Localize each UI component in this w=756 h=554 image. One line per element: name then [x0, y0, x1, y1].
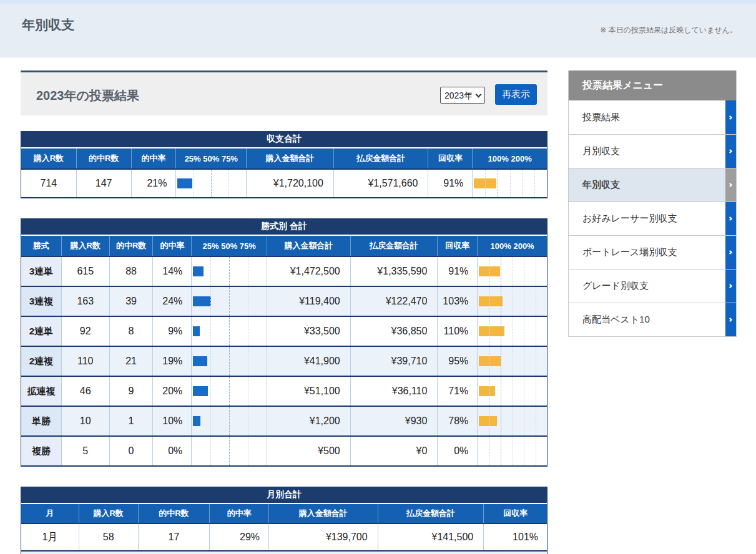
chevron-right-icon	[725, 168, 736, 202]
hit-rate: 19%	[152, 347, 191, 376]
summary-table-header-row: 購入R数 的中R数 的中率 25% 50% 75% 購入金額合計 払戻金額合計 …	[21, 148, 547, 170]
column-header: 購入金額合計	[267, 236, 350, 256]
recovery-bar	[479, 416, 497, 426]
sidebar-item-label: お好みレーサー別収支	[582, 213, 677, 225]
column-header: 購入R数	[61, 236, 109, 256]
hit-rate-bar	[177, 178, 192, 188]
bet-type: 2連単	[21, 317, 61, 346]
month: 1月	[21, 524, 79, 550]
hit-rate: 20%	[152, 377, 191, 406]
hit-rate: 9%	[152, 317, 191, 346]
recovery-bar-cell	[477, 287, 547, 316]
recovery-bar	[479, 356, 501, 366]
sidebar-title: 投票結果メニュー	[569, 70, 736, 100]
column-header: 購入R数	[79, 504, 138, 523]
purchased-races: 714	[21, 170, 76, 197]
purchased-races: 615	[61, 257, 109, 286]
hit-rate: 10%	[152, 407, 191, 435]
hit-rate: 0%	[152, 437, 191, 465]
column-header: 回収率	[437, 236, 477, 256]
column-header: 回収率	[428, 148, 472, 168]
summary-table-title: 収支合計	[21, 131, 547, 148]
chevron-right-icon	[725, 270, 736, 303]
hit-rate: 14%	[152, 257, 191, 286]
recovery-bar-cell	[477, 377, 547, 406]
redisplay-button[interactable]: 再表示	[495, 84, 537, 105]
recovery-rate: 110%	[437, 317, 477, 346]
sidebar-item-monthly-balance[interactable]: 月別収支	[569, 134, 736, 168]
recovery-bar-cell	[477, 317, 547, 346]
clipped-next-row	[21, 552, 547, 554]
bet-type-row: 複勝 5 0 0% ¥500 ¥0 0%	[21, 437, 547, 467]
chevron-right-icon	[725, 303, 736, 336]
purchase-total: ¥51,100	[267, 377, 350, 406]
column-header: 的中R数	[109, 236, 153, 256]
purchase-total: ¥119,400	[267, 287, 350, 316]
chevron-right-icon	[725, 100, 736, 134]
column-header-hit-scale: 25% 50% 75%	[175, 148, 246, 168]
payout-total: ¥141,500	[378, 524, 484, 550]
recovery-rate: 0%	[437, 437, 477, 465]
hit-rate-bar	[193, 326, 200, 336]
payout-total: ¥36,850	[350, 317, 438, 346]
purchase-total: ¥1,200	[267, 407, 350, 435]
sidebar-item-vote-results[interactable]: 投票結果	[569, 100, 736, 134]
bet-type: 2連複	[21, 347, 61, 376]
column-header: 払戻金額合計	[350, 236, 438, 256]
hit-rate-bar-cell	[175, 170, 246, 197]
chevron-right-icon	[725, 236, 736, 269]
payout-total: ¥1,571,660	[333, 170, 428, 197]
column-header: 購入金額合計	[268, 504, 378, 523]
purchased-races: 92	[61, 317, 109, 346]
monthly-table-title: 月別合計	[21, 487, 547, 504]
recovery-bar	[479, 296, 503, 306]
recovery-rate: 71%	[437, 377, 477, 406]
hit-races: 88	[109, 257, 153, 286]
column-header: 回収率	[483, 504, 547, 523]
payout-total: ¥122,470	[350, 287, 438, 316]
payout-total: ¥0	[350, 437, 438, 465]
hit-races: 0	[109, 437, 153, 465]
sidebar-item-label: 高配当ベスト10	[582, 314, 650, 326]
bet-type: 3連複	[21, 287, 61, 316]
sidebar-item-favorite-racer-balance[interactable]: お好みレーサー別収支	[569, 202, 736, 235]
purchase-total: ¥1,720,100	[246, 170, 333, 197]
purchased-races: 110	[61, 347, 109, 376]
sidebar-item-stadium-balance[interactable]: ボートレース場別収支	[569, 235, 736, 269]
column-header: 勝式	[21, 236, 61, 256]
bet-type: 単勝	[21, 407, 61, 435]
sidebar-item-label: ボートレース場別収支	[582, 246, 677, 258]
sidebar-item-grade-balance[interactable]: グレード別収支	[569, 269, 736, 303]
recovery-rate: 91%	[428, 170, 472, 197]
section-title: 2023年の投票結果	[36, 87, 139, 104]
column-header-recovery-scale: 100% 200%	[477, 236, 547, 256]
vote-result-menu: 投票結果メニュー 投票結果 月別収支 年別収支 お好みレーサー別収支 ボートレー…	[568, 70, 737, 337]
sidebar-item-high-payout-best10[interactable]: 高配当ベスト10	[569, 303, 736, 336]
hit-rate-bar-cell	[191, 317, 267, 346]
column-header: 的中率	[152, 236, 191, 256]
recovery-rate: 103%	[437, 287, 477, 316]
year-select[interactable]: 2023年	[440, 87, 485, 104]
sidebar-item-label: 年別収支	[582, 179, 620, 191]
hit-rate-bar-cell	[191, 377, 267, 406]
hit-rate-bar-cell	[191, 287, 267, 316]
bet-type-row: 3連単 615 88 14% ¥1,472,500 ¥1,335,590 91%	[21, 257, 547, 287]
bet-type-table-header-row: 勝式 購入R数 的中R数 的中率 25% 50% 75% 購入金額合計 払戻金額…	[21, 236, 547, 257]
hit-races: 8	[109, 317, 153, 346]
payout-total: ¥1,335,590	[350, 257, 438, 286]
recovery-bar	[479, 386, 495, 396]
hit-rate-bar	[193, 386, 208, 396]
recovery-rate: 78%	[437, 407, 477, 435]
hit-rate-bar-cell	[191, 347, 267, 376]
purchased-races: 10	[61, 407, 109, 435]
hit-rate-bar	[193, 416, 200, 426]
sidebar-item-label: グレード別収支	[582, 280, 649, 292]
purchase-total: ¥33,500	[267, 317, 350, 346]
purchase-total: ¥1,472,500	[267, 257, 350, 286]
page-header: 年別収支 ※ 本日の投票結果は反映していません。	[0, 0, 756, 57]
sidebar-item-label: 投票結果	[582, 112, 620, 124]
purchase-total: ¥500	[267, 437, 350, 465]
recovery-bar-cell	[477, 407, 547, 435]
chevron-right-icon	[725, 135, 736, 168]
sidebar-item-yearly-balance[interactable]: 年別収支	[569, 168, 736, 202]
